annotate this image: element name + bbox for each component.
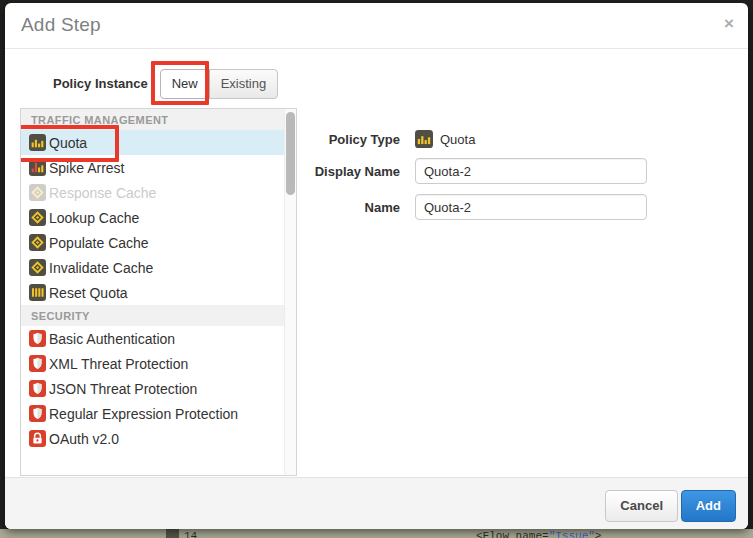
shield-icon xyxy=(29,330,46,347)
quota-icon xyxy=(415,130,433,148)
policy-instance-label: Policy Instance xyxy=(53,76,148,91)
sidebar-item-json-threat-protection[interactable]: JSON Threat Protection xyxy=(21,376,284,401)
sidebar-item-populate-cache[interactable]: Populate Cache xyxy=(21,230,284,255)
code-suffix: > xyxy=(595,530,602,538)
shield-icon xyxy=(29,355,46,372)
name-field[interactable] xyxy=(415,194,647,220)
policy-type-value: Quota xyxy=(415,130,475,148)
shield-icon xyxy=(29,405,46,422)
sidebar-item-label: Quota xyxy=(49,135,87,151)
name-label: Name xyxy=(305,200,400,215)
display-name-field[interactable] xyxy=(415,158,647,184)
dialog-body: Policy Instance New Existing TRAFFIC MAN… xyxy=(5,49,748,477)
lookup-cache-icon xyxy=(29,209,46,226)
add-step-dialog: Add Step × Policy Instance New Existing … xyxy=(5,3,748,529)
sidebar-item-label: XML Threat Protection xyxy=(49,356,188,372)
sidebar-item-label: JSON Threat Protection xyxy=(49,381,197,397)
response-cache-icon xyxy=(29,184,46,201)
sidebar-item-label: Reset Quota xyxy=(49,285,128,301)
sidebar-item-reset-quota[interactable]: Reset Quota xyxy=(21,280,284,305)
dialog-title: Add Step xyxy=(21,14,101,36)
sidebar-item-spike-arrest[interactable]: Spike Arrest xyxy=(21,155,284,180)
sidebar-item-oauth-v20[interactable]: OAuth v2.0 xyxy=(21,426,284,451)
close-icon[interactable]: × xyxy=(724,15,734,32)
name-row: Name xyxy=(305,194,733,220)
display-name-row: Display Name xyxy=(305,158,733,184)
cancel-button[interactable]: Cancel xyxy=(605,490,678,522)
shield-icon xyxy=(29,380,46,397)
policy-list: TRAFFIC MANAGEMENT Quota Spike Arrest Re… xyxy=(21,109,284,451)
policy-instance-row: Policy Instance New Existing xyxy=(53,69,278,99)
sidebar-item-label: Response Cache xyxy=(49,185,156,201)
display-name-label: Display Name xyxy=(305,164,400,179)
dialog-header: Add Step × xyxy=(5,3,748,49)
sidebar-item-label: Spike Arrest xyxy=(49,160,124,176)
sidebar-item-xml-threat-protection[interactable]: XML Threat Protection xyxy=(21,351,284,376)
sidebar-item-basic-authentication[interactable]: Basic Authentication xyxy=(21,326,284,351)
section-header-traffic-management: TRAFFIC MANAGEMENT xyxy=(21,109,284,130)
lock-icon xyxy=(29,430,46,447)
sidebar-item-label: Basic Authentication xyxy=(49,331,175,347)
code-gutter xyxy=(166,529,179,538)
sidebar-item-response-cache: Response Cache xyxy=(21,180,284,205)
list-scrollbar-track[interactable] xyxy=(284,109,296,475)
sidebar-item-quota[interactable]: Quota xyxy=(21,130,284,155)
policy-instance-toggle: New Existing xyxy=(160,69,279,99)
section-header-security: SECURITY xyxy=(21,305,284,326)
code-string: "Issue" xyxy=(549,530,595,538)
policy-type-row: Policy Type Quota xyxy=(305,130,733,148)
sidebar-item-label: OAuth v2.0 xyxy=(49,431,119,447)
existing-button[interactable]: Existing xyxy=(209,69,279,99)
sidebar-item-label: Regular Expression Protection xyxy=(49,406,238,422)
policy-list-panel: TRAFFIC MANAGEMENT Quota Spike Arrest Re… xyxy=(20,108,297,476)
sidebar-item-regular-expression-protection[interactable]: Regular Expression Protection xyxy=(21,401,284,426)
code-line-number: 14 xyxy=(184,530,197,538)
new-button[interactable]: New xyxy=(160,69,210,99)
reset-quota-icon xyxy=(29,284,46,301)
code-prefix: <Flow name= xyxy=(476,530,549,538)
policy-type-text: Quota xyxy=(440,132,475,147)
code-line: <Flow name="Issue"> xyxy=(476,530,601,538)
sidebar-item-label: Populate Cache xyxy=(49,235,149,251)
add-button[interactable]: Add xyxy=(681,490,736,522)
sidebar-item-label: Lookup Cache xyxy=(49,210,139,226)
sidebar-item-label: Invalidate Cache xyxy=(49,260,153,276)
sidebar-item-invalidate-cache[interactable]: Invalidate Cache xyxy=(21,255,284,280)
invalidate-cache-icon xyxy=(29,259,46,276)
background-code-editor: 14 <Flow name="Issue"> xyxy=(0,529,753,538)
quota-icon xyxy=(29,134,46,151)
spike-arrest-icon xyxy=(29,159,46,176)
dialog-footer: Cancel Add xyxy=(5,477,748,529)
list-scrollbar-thumb[interactable] xyxy=(286,112,295,195)
populate-cache-icon xyxy=(29,234,46,251)
policy-type-label: Policy Type xyxy=(305,132,400,147)
policy-form: Policy Type Quota Display Name Name xyxy=(305,108,733,230)
sidebar-item-lookup-cache[interactable]: Lookup Cache xyxy=(21,205,284,230)
